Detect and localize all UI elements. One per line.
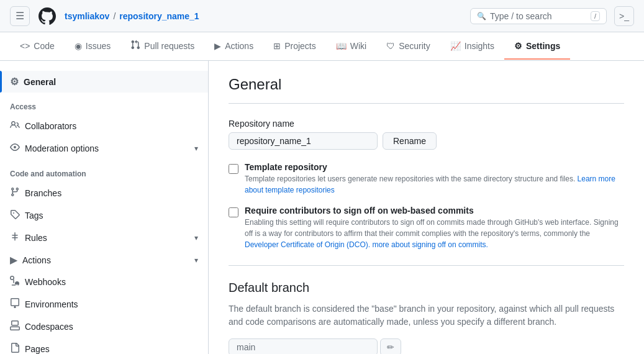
repo-name-input[interactable] — [229, 132, 378, 150]
tab-issues[interactable]: ◉ Issues — [65, 34, 120, 60]
pages-label: Pages — [25, 344, 50, 354]
repo-navigation: <> Code ◉ Issues Pull requests ▶ Actions… — [0, 32, 644, 61]
repo-name-input-row: Rename — [229, 132, 624, 150]
edit-branch-button[interactable]: ✏ — [380, 338, 401, 354]
top-navigation: ☰ tsymliakov / repository_name_1 🔍 Type … — [0, 0, 644, 32]
webhooks-icon — [10, 276, 20, 288]
sidebar-item-moderation[interactable]: Moderation options ▾ — [0, 137, 208, 160]
collaborators-label: Collaborators — [25, 121, 76, 131]
moderation-icon — [10, 142, 20, 155]
codespaces-icon — [10, 320, 20, 333]
codespaces-label: Codespaces — [25, 322, 73, 332]
sidebar-item-codespaces[interactable]: Codespaces — [0, 315, 208, 338]
search-icon: 🔍 — [477, 12, 486, 20]
tab-actions-label: Actions — [225, 41, 253, 51]
sidebar-item-actions[interactable]: ▶ Actions ▾ — [0, 249, 208, 271]
tab-wiki-label: Wiki — [350, 41, 366, 51]
tab-pull-requests[interactable]: Pull requests — [120, 32, 204, 60]
branches-icon — [10, 187, 20, 199]
dco-link[interactable]: Developer Certificate of Origin (DCO). — [245, 240, 370, 249]
pages-icon — [10, 343, 20, 354]
tab-code[interactable]: <> Code — [10, 34, 65, 60]
actions-sidebar-icon: ▶ — [10, 254, 17, 266]
branch-name-input[interactable] — [229, 338, 378, 354]
issues-icon: ◉ — [75, 41, 82, 51]
code-icon: <> — [20, 41, 30, 51]
template-repo-desc: Template repositories let users generate… — [245, 173, 624, 196]
tab-actions[interactable]: ▶ Actions — [204, 34, 263, 60]
tab-code-label: Code — [34, 41, 54, 51]
sidebar-item-branches[interactable]: Branches — [0, 182, 208, 204]
tab-settings-label: Settings — [526, 41, 560, 51]
kbd-shortcut: / — [591, 11, 600, 21]
sidebar-item-pages[interactable]: Pages — [0, 338, 208, 354]
tab-projects-label: Projects — [284, 41, 316, 51]
template-repo-label-wrap: Template repository Template repositorie… — [245, 162, 624, 196]
page-title: General — [229, 76, 624, 104]
sidebar-item-environments[interactable]: Environments — [0, 293, 208, 315]
terminal-button[interactable]: >_ — [614, 6, 634, 26]
sign-off-row: Require contributors to sign off on web-… — [229, 206, 624, 250]
rules-icon — [10, 232, 20, 244]
sidebar-item-tags[interactable]: Tags — [0, 204, 208, 227]
sidebar-item-rules[interactable]: Rules ▾ — [0, 227, 208, 249]
rules-label: Rules — [25, 233, 47, 243]
tab-insights[interactable]: 📈 Insights — [440, 34, 504, 60]
collaborators-icon — [10, 120, 20, 132]
tab-security-label: Security — [399, 41, 430, 51]
template-repo-title: Template repository — [245, 162, 624, 172]
terminal-icon: >_ — [619, 11, 629, 21]
pr-icon — [130, 40, 140, 52]
breadcrumb-separator: / — [113, 11, 116, 21]
breadcrumb-repo[interactable]: repository_name_1 — [119, 11, 199, 21]
sidebar-item-collaborators[interactable]: Collaborators — [0, 115, 208, 137]
default-branch-desc: The default branch is considered the "ba… — [229, 302, 624, 329]
moderation-label: Moderation options — [25, 143, 99, 153]
actions-icon: ▶ — [214, 41, 221, 51]
default-branch-title: Default branch — [229, 281, 624, 295]
page-layout: ⚙ General Access Collaborators Moderatio… — [0, 61, 644, 354]
sidebar-item-webhooks[interactable]: Webhooks — [0, 271, 208, 293]
webhooks-label: Webhooks — [25, 277, 66, 287]
rules-chevron-icon: ▾ — [194, 234, 198, 242]
moderation-chevron-icon: ▾ — [194, 144, 198, 153]
tags-label: Tags — [25, 211, 43, 220]
breadcrumb: tsymliakov / repository_name_1 — [65, 11, 199, 21]
sidebar-general-label: General — [24, 77, 56, 87]
search-placeholder: Type / to search — [490, 11, 552, 21]
tab-projects[interactable]: ⊞ Projects — [263, 34, 326, 60]
sidebar: ⚙ General Access Collaborators Moderatio… — [0, 61, 209, 354]
menu-icon: ☰ — [16, 10, 24, 22]
sign-off-desc: Enabling this setting will require contr… — [245, 217, 624, 250]
sign-off-checkbox[interactable] — [229, 207, 238, 217]
actions-chevron-icon: ▾ — [194, 256, 198, 265]
sign-off-link2[interactable]: more about signing off on commits. — [372, 240, 488, 249]
hamburger-button[interactable]: ☰ — [10, 6, 30, 26]
wiki-icon: 📖 — [336, 41, 347, 51]
environments-label: Environments — [25, 299, 78, 309]
settings-icon: ⚙ — [514, 41, 522, 51]
insights-icon: 📈 — [450, 41, 461, 51]
projects-icon: ⊞ — [273, 41, 281, 51]
main-content: General Repository name Rename Template … — [209, 61, 644, 354]
actions-label: Actions — [22, 255, 51, 265]
breadcrumb-user[interactable]: tsymliakov — [65, 11, 109, 21]
section-divider — [229, 265, 624, 266]
tab-settings[interactable]: ⚙ Settings — [504, 34, 570, 60]
environments-icon — [10, 298, 20, 311]
search-box[interactable]: 🔍 Type / to search / — [470, 8, 607, 24]
general-icon: ⚙ — [10, 76, 19, 88]
sign-off-label-wrap: Require contributors to sign off on web-… — [245, 206, 624, 250]
branch-input-row: ✏ — [229, 338, 624, 354]
tab-wiki[interactable]: 📖 Wiki — [326, 34, 376, 60]
rename-button[interactable]: Rename — [383, 132, 437, 150]
sidebar-code-label: Code and automation — [0, 160, 208, 182]
tab-security[interactable]: 🛡 Security — [376, 34, 440, 60]
tab-issues-label: Issues — [86, 41, 111, 51]
template-repo-checkbox[interactable] — [229, 164, 238, 174]
tags-icon — [10, 209, 20, 222]
sidebar-item-general[interactable]: ⚙ General — [0, 71, 208, 93]
repo-name-section: Repository name Rename — [229, 119, 624, 150]
default-branch-section: Default branch The default branch is con… — [229, 281, 624, 354]
sign-off-title: Require contributors to sign off on web-… — [245, 206, 624, 216]
